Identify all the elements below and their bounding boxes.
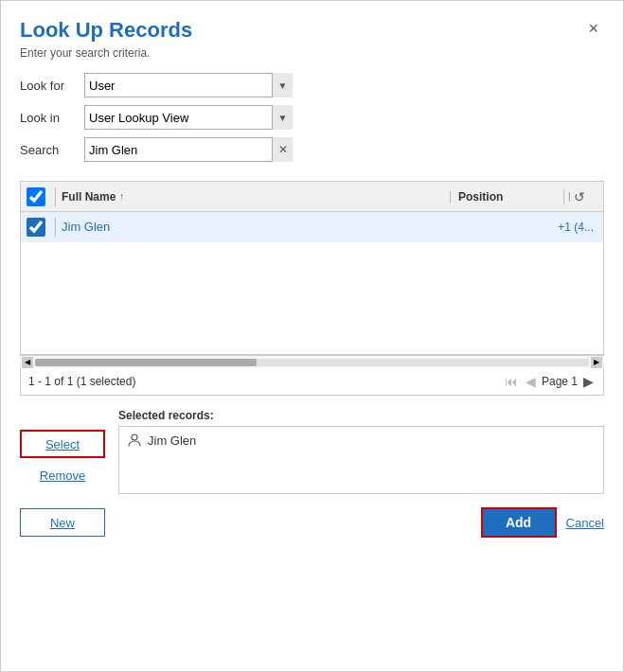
col-fullname-header: Full Name ↑ (62, 190, 450, 203)
search-input[interactable] (84, 137, 293, 162)
look-in-select-wrapper: User Lookup View ▼ (84, 105, 293, 130)
look-for-select[interactable]: User (84, 73, 293, 97)
scroll-right-button[interactable]: ▶ (591, 357, 602, 368)
look-up-records-dialog: Look Up Records × Enter your search crit… (0, 0, 624, 672)
cancel-button[interactable]: Cancel (566, 516, 604, 530)
scroll-thumb (35, 359, 257, 366)
horizontal-scrollbar[interactable]: ◀ ▶ (20, 355, 604, 368)
dialog-footer: New Add Cancel (20, 507, 604, 538)
page-label: Page 1 (542, 375, 578, 388)
header-separator (55, 187, 56, 206)
sort-asc-icon[interactable]: ↑ (119, 191, 124, 202)
dialog-title: Look Up Records (20, 18, 192, 43)
selected-records-section: Select Remove Selected records: Jim Glen (20, 409, 604, 494)
selected-records-label: Selected records: (118, 409, 604, 422)
user-icon (127, 433, 142, 448)
scroll-track (35, 359, 589, 366)
selected-actions: Select Remove (20, 409, 105, 494)
add-button[interactable]: Add (481, 507, 557, 538)
col-position-header: Position (450, 190, 563, 203)
refresh-icon[interactable]: ↺ (574, 189, 585, 204)
record-name-link[interactable]: Jim Glen (62, 220, 558, 234)
search-wrapper: ✕ (84, 137, 293, 162)
look-in-row: Look in User Lookup View ▼ (20, 105, 604, 130)
row-checkbox[interactable] (27, 218, 45, 237)
selected-records-list: Jim Glen (118, 426, 604, 494)
grid-body: Jim Glen +1 (4... (21, 212, 603, 354)
dialog-header: Look Up Records × (20, 18, 604, 43)
remove-button[interactable]: Remove (20, 464, 105, 486)
new-button[interactable]: New (20, 508, 105, 537)
pagination-summary: 1 - 1 of 1 (1 selected) (28, 375, 135, 388)
grid-header-row: Full Name ↑ Position | ↺ (21, 182, 603, 212)
list-item: Jim Glen (127, 433, 596, 448)
table-row: Jim Glen +1 (4... (21, 212, 603, 242)
pagination-bar: 1 - 1 of 1 (1 selected) ⏮ ◀ Page 1 ▶ (20, 368, 604, 396)
look-for-row: Look for User ▼ (20, 73, 604, 97)
select-all-checkbox[interactable] (27, 187, 45, 206)
look-for-select-wrapper: User ▼ (84, 73, 293, 97)
row-extra-info: +1 (4... (558, 221, 597, 234)
selected-records-box: Selected records: Jim Glen (118, 409, 604, 494)
search-row: Search ✕ (20, 137, 604, 162)
prev-page-button[interactable]: ◀ (524, 374, 538, 389)
scroll-left-button[interactable]: ◀ (22, 357, 33, 368)
look-in-select[interactable]: User Lookup View (84, 105, 293, 130)
search-label: Search (20, 143, 84, 157)
select-button[interactable]: Select (20, 430, 105, 458)
grid-empty-area (21, 242, 603, 327)
next-page-button[interactable]: ▶ (581, 374, 596, 389)
results-grid: Full Name ↑ Position | ↺ Jim Glen +1 (4.… (20, 181, 604, 355)
first-page-button[interactable]: ⏮ (503, 374, 520, 389)
dialog-subtitle: Enter your search criteria. (20, 46, 604, 60)
close-button[interactable]: × (582, 18, 604, 39)
page-controls: ⏮ ◀ Page 1 ▶ (503, 374, 596, 389)
look-for-label: Look for (20, 79, 84, 93)
look-in-label: Look in (20, 111, 84, 125)
col-divider-icon: | (568, 191, 571, 202)
selected-item-name: Jim Glen (148, 433, 196, 448)
search-clear-icon[interactable]: ✕ (272, 137, 293, 162)
svg-point-0 (132, 434, 137, 440)
footer-right: Add Cancel (481, 507, 604, 538)
col-actions-header: | ↺ (563, 189, 597, 204)
